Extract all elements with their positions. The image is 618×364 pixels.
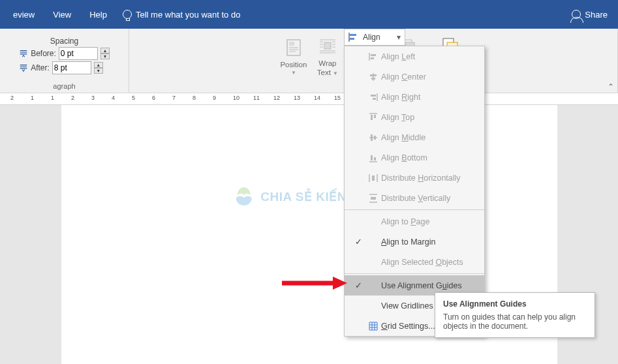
ribbon: Spacing Before: ▲▼ After: ▲▼ agraph bbox=[0, 29, 618, 93]
menu-item[interactable]: ✓Align to Margin bbox=[345, 232, 484, 252]
menu-item-label: Align Left bbox=[381, 52, 478, 61]
spacing-before-icon bbox=[19, 49, 28, 58]
spacing-before-spinner[interactable]: ▲▼ bbox=[100, 48, 110, 59]
menu-item-label: Align Middle bbox=[381, 133, 478, 142]
svg-rect-10 bbox=[350, 38, 354, 40]
menu-separator bbox=[345, 273, 484, 274]
menu-item: Align to Page bbox=[345, 211, 484, 232]
menu-item: Align Left bbox=[345, 46, 484, 67]
wrap-text-button[interactable]: Wrap Text ▼ bbox=[311, 35, 344, 78]
tooltip-body: Turn on guides that can help you align o… bbox=[443, 312, 587, 331]
menu-item-label: Align Bottom bbox=[381, 153, 478, 162]
title-bar: eview View Help Tell me what you want to… bbox=[0, 0, 618, 29]
svg-rect-28 bbox=[371, 155, 373, 160]
user-icon bbox=[572, 10, 581, 19]
align-left-icon bbox=[365, 52, 381, 62]
wrap-text-icon bbox=[317, 36, 338, 57]
tell-me-label: Tell me what you want to do bbox=[136, 10, 240, 20]
ruler-number: 10 bbox=[233, 95, 239, 101]
menu-item: Align Top bbox=[345, 107, 484, 127]
check-icon: ✓ bbox=[351, 237, 365, 247]
spacing-after-input[interactable] bbox=[52, 61, 91, 74]
ruler-number: 14 bbox=[314, 95, 320, 101]
share-button[interactable]: Share bbox=[572, 10, 608, 20]
chevron-down-icon: ▾ bbox=[397, 33, 401, 42]
collapse-ribbon-button[interactable]: ⌃ bbox=[608, 82, 614, 91]
menu-item-label: Align Center bbox=[381, 72, 478, 82]
menu-item-label: Align Top bbox=[381, 113, 478, 122]
menu-item-label: Use Alignment Guides bbox=[381, 281, 478, 290]
align-bottom-icon bbox=[365, 153, 381, 163]
align-icon bbox=[348, 32, 359, 42]
ruler-number: 15 bbox=[334, 95, 341, 101]
ruler-number: 6 bbox=[152, 95, 155, 101]
svg-rect-25 bbox=[371, 134, 373, 141]
position-button[interactable]: Position ▼ bbox=[277, 36, 310, 77]
ruler-number: 12 bbox=[273, 95, 280, 101]
ruler-number: 7 bbox=[172, 95, 176, 101]
svg-rect-19 bbox=[371, 95, 376, 97]
svg-rect-29 bbox=[374, 157, 376, 160]
position-label: Position bbox=[280, 61, 307, 68]
ruler-number: 2 bbox=[10, 95, 14, 101]
menu-item-label: Align Selected Objects bbox=[381, 258, 478, 267]
menu-item-label: Distribute Horizontally bbox=[381, 174, 478, 183]
ruler-number: 11 bbox=[253, 95, 260, 101]
menu-item-label: Distribute Vertically bbox=[381, 194, 478, 203]
ruler-number: 8 bbox=[193, 95, 196, 101]
menu-item-label: Align to Page bbox=[381, 217, 478, 226]
svg-rect-9 bbox=[350, 34, 356, 36]
align-middle-icon bbox=[365, 132, 381, 143]
align-top-icon bbox=[365, 112, 381, 123]
svg-rect-20 bbox=[373, 98, 376, 100]
ruler-number: 2 bbox=[71, 95, 74, 101]
distribute-v-icon bbox=[365, 193, 381, 204]
ruler-number: 1 bbox=[31, 95, 34, 101]
spacing-after-spinner[interactable]: ▲▼ bbox=[94, 62, 103, 74]
menu-item: Distribute Horizontally bbox=[345, 168, 484, 188]
tell-me-search[interactable]: Tell me what you want to do bbox=[116, 10, 247, 20]
menu-separator bbox=[345, 209, 484, 210]
spacing-before-label: Before: bbox=[31, 49, 56, 58]
tab-view[interactable]: View bbox=[44, 0, 80, 29]
svg-rect-35 bbox=[371, 197, 376, 200]
group-paragraph-label: agraph bbox=[53, 81, 75, 91]
menu-item: Align Bottom bbox=[345, 147, 484, 168]
tab-help[interactable]: Help bbox=[80, 0, 116, 29]
svg-rect-1 bbox=[289, 42, 294, 46]
distribute-h-icon bbox=[365, 173, 381, 183]
ruler-number: 1 bbox=[51, 95, 54, 101]
align-right-icon bbox=[365, 92, 381, 102]
ruler-number: 3 bbox=[91, 95, 95, 101]
svg-rect-22 bbox=[371, 115, 373, 120]
align-dropdown-button[interactable]: Align ▾ bbox=[344, 29, 405, 46]
spacing-after-label: After: bbox=[31, 63, 50, 72]
tab-review[interactable]: eview bbox=[4, 0, 44, 29]
spacing-after-icon bbox=[19, 63, 28, 72]
horizontal-ruler[interactable]: 21123456789101112131415 bbox=[0, 93, 618, 105]
spacing-before-input[interactable] bbox=[59, 47, 98, 60]
grid-icon bbox=[365, 321, 381, 331]
menu-item: Align Middle bbox=[345, 127, 484, 147]
svg-rect-2 bbox=[324, 42, 331, 49]
svg-rect-17 bbox=[371, 78, 375, 80]
ruler-number: 5 bbox=[132, 95, 135, 101]
svg-rect-16 bbox=[370, 74, 377, 76]
position-icon bbox=[283, 37, 304, 58]
svg-rect-26 bbox=[374, 136, 376, 140]
align-center-icon bbox=[365, 72, 381, 82]
svg-rect-23 bbox=[374, 115, 376, 118]
menu-item: Distribute Vertically bbox=[345, 188, 484, 208]
tooltip: Use Alignment Guides Turn on guides that… bbox=[435, 292, 595, 338]
share-label: Share bbox=[585, 10, 608, 20]
menu-item-label: Align Right bbox=[381, 93, 478, 102]
watermark-logo-icon bbox=[230, 183, 256, 209]
check-icon: ✓ bbox=[351, 281, 365, 290]
svg-rect-13 bbox=[371, 54, 376, 56]
tooltip-title: Use Alignment Guides bbox=[443, 299, 587, 309]
menu-item: Align Center bbox=[345, 67, 484, 87]
menu-item: Align Selected Objects bbox=[345, 252, 484, 272]
lightbulb-icon bbox=[123, 10, 132, 19]
svg-rect-14 bbox=[371, 57, 374, 59]
spacing-title: Spacing bbox=[19, 37, 110, 46]
